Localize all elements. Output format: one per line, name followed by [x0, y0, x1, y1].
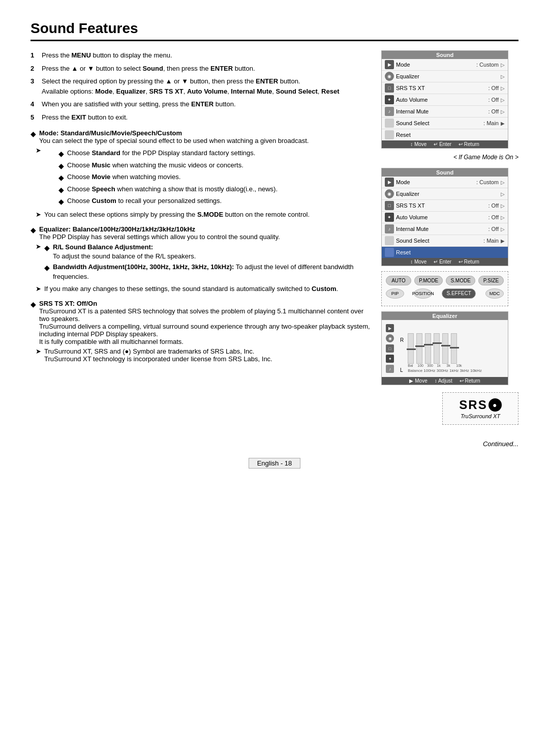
eq-bars	[408, 328, 481, 364]
left-column: 1 Press the MENU button to display the m…	[30, 50, 371, 425]
menu-row-mode-g: ▶ Mode : Custom ▷	[382, 177, 508, 188]
menu-icon-speaker-1: ♪	[385, 107, 394, 116]
footer-enter-1: ↵ Enter	[434, 141, 451, 147]
eq-x-labels: Bal 100 300 1k 3k 10k	[408, 364, 481, 367]
footer-enter-2: ↵ Enter	[434, 259, 451, 265]
menu-row-autovol1: ✦ Auto Volume : Off ▷	[382, 94, 508, 106]
step-text-1: Press the MENU button to display the men…	[42, 50, 371, 61]
menu-value-intmute1: : Off	[488, 108, 499, 114]
mode-header: ◆ Mode: Standard/Music/Movie/Speech/Cust…	[30, 129, 371, 144]
diamond-icon-srs: ◆	[30, 300, 36, 308]
diamond-icon-mov: ◆	[58, 173, 64, 183]
mode-smode-text: You can select these options simply by p…	[44, 211, 310, 218]
section-equalizer: ◆ Equalizer: Balance/100Hz/300Hz/1kHz/3k…	[30, 225, 371, 293]
mode-choice-custom: ◆ Choose Custom to recall your personali…	[58, 196, 278, 207]
mode-choice-music: ◆ Choose Music when watching the music v…	[58, 161, 278, 171]
menu-row-soundsel-g: Sound Select : Main ▶	[382, 235, 508, 247]
step-4: 4 When you are satisfied with your setti…	[30, 99, 371, 109]
sound-menu-title-2: Sound	[382, 168, 508, 177]
eq-tick-300hz	[424, 344, 433, 345]
eq-bars-wrapper: Bal 100 300 1k 3k 10k Balance 100Hz 300H…	[408, 328, 481, 373]
menu-arrow-intmute-g: ▷	[501, 226, 505, 232]
sound-menu-footer-2: ↕ Move ↵ Enter ↩ Return	[382, 258, 508, 266]
menu-icon-circle-1: ◉	[385, 72, 394, 81]
arrow-icon-eq1: ➤	[36, 243, 41, 250]
page-title: Sound Features	[30, 20, 518, 41]
menu-row-srs-g: □ SRS TS XT : Off ▷	[382, 200, 508, 212]
mode-choices: ◆ Choose Standard for the PDP Display st…	[58, 149, 278, 207]
eq-bar-1khz	[434, 333, 440, 364]
continued-text: Continued...	[30, 440, 518, 448]
step-num-2: 2	[30, 64, 38, 74]
srs-circle-icon: ●	[489, 398, 502, 412]
mode-choice-speech: ◆ Choose Speech when watching a show tha…	[58, 185, 278, 195]
menu-row-reset1: Reset	[382, 129, 508, 140]
eq-tick-3khz	[441, 345, 450, 346]
eq-arrow-1: ➤ ◆ R/L Sound Balance Adjustment:To adju…	[36, 243, 371, 283]
right-column: Sound ▶ Mode : Custom ▷ ◉ Equalizer ▷ □ …	[381, 50, 518, 425]
remote-btn-smode: S.MODE	[446, 276, 475, 285]
remote-row-1: AUTO P.MODE S.MODE P.SIZE	[386, 276, 504, 285]
srs-box: SRS ● TruSurround XT	[442, 392, 518, 425]
menu-icon-star-2: ✦	[385, 213, 394, 222]
eq-icon-5: ♪	[386, 365, 394, 373]
mode-choice-music-text: Choose Music when watching the music vid…	[67, 161, 243, 170]
footer-move-2: ↕ Move	[410, 259, 426, 265]
srs-logo: SRS ●	[459, 398, 501, 412]
eq-xlabel-3khz: 3k	[446, 364, 453, 367]
eq-footer-return: ↩ Return	[460, 378, 480, 384]
menu-arrow-soundsel-g: ▶	[501, 238, 505, 244]
remote-btn-psize: P.SIZE	[478, 276, 504, 285]
eq-bandwidth-text: Bandwidth Adjustment(100Hz, 300Hz, 1kHz,…	[53, 263, 371, 281]
eq-r-label: R	[400, 337, 404, 343]
eq-bandwidth: ◆ Bandwidth Adjustment(100Hz, 300Hz, 1kH…	[44, 263, 371, 281]
menu-arrow-autovol1: ▷	[501, 97, 505, 103]
arrow-icon-1: ➤	[36, 147, 41, 154]
eq-tick-10khz	[450, 347, 459, 348]
game-mode-label: < If Game Mode is On >	[381, 154, 518, 161]
menu-icon-blank-1	[385, 119, 394, 128]
menu-label-mode: Mode	[396, 62, 474, 68]
menu-value-intmute-g: : Off	[488, 226, 499, 232]
section-srs: ◆ SRS TS XT: Off/On TruSurround XT is a …	[30, 300, 371, 363]
menu-arrow-equalizer: ▷	[501, 74, 505, 79]
eq-custom-text: If you make any changes to these setting…	[44, 285, 338, 293]
step-text-2: Press the ▲ or ▼ button to select Sound,…	[42, 64, 371, 74]
eq-rl: ◆ R/L Sound Balance Adjustment:To adjust…	[44, 243, 371, 261]
menu-arrow-mode-g: ▷	[501, 180, 505, 185]
remote-buttons-box: AUTO P.MODE S.MODE P.SIZE PIP POSITION S…	[381, 271, 508, 306]
sound-menu-rows-1: ▶ Mode : Custom ▷ ◉ Equalizer ▷ □ SRS TS…	[382, 59, 508, 140]
menu-label-equalizer-g: Equalizer	[396, 191, 497, 197]
srs-text: SRS	[459, 398, 487, 412]
eq-xlabel-300hz: 300	[427, 364, 434, 367]
footer-move-1: ↕ Move	[410, 141, 426, 147]
sound-menu-box-2: Sound ▶ Mode : Custom ▷ ◉ Equalizer ▷ □ …	[381, 168, 508, 266]
menu-row-autovol-g: ✦ Auto Volume : Off ▷	[382, 212, 508, 223]
menu-arrow-soundsel1: ▶	[501, 121, 505, 126]
eq-tick-100hz	[415, 345, 424, 347]
remote-btn-pip: PIP	[386, 288, 404, 299]
eq-title-bar: Equalizer	[382, 312, 508, 320]
menu-row-soundsel1: Sound Select : Main ▶	[382, 118, 508, 129]
eq-tick-1khz	[433, 342, 442, 344]
eq-footer-move: ▶ Move	[409, 378, 427, 384]
mode-arrow-1: ➤ ◆ Choose Standard for the PDP Display …	[36, 147, 371, 209]
srs-arrow-1: ➤ TruSurround XT, SRS and (●) Symbol are…	[36, 347, 371, 363]
eq-xlabel-1khz: 1k	[437, 364, 444, 367]
step-text-3: Select the required option by pressing t…	[42, 76, 371, 96]
menu-label-equalizer: Equalizer	[396, 73, 497, 79]
diamond-icon-std: ◆	[58, 149, 64, 159]
arrow-icon-eq2: ➤	[36, 285, 41, 293]
menu-label-autovol-g: Auto Volume	[396, 214, 486, 220]
mode-choice-movie: ◆ Choose Movie when watching movies.	[58, 172, 278, 183]
menu-icon-film-1: ▶	[385, 60, 394, 69]
menu-icon-speaker-2: ♪	[385, 224, 394, 234]
menu-label-mode-g: Mode	[396, 179, 474, 185]
menu-arrow-mode: ▷	[501, 62, 505, 68]
eq-footer: ▶ Move ↕ Adjust ↩ Return	[382, 377, 508, 385]
step-2: 2 Press the ▲ or ▼ button to select Soun…	[30, 64, 371, 74]
eq-rl-labels: R L	[400, 337, 404, 373]
sound-menu-footer-1: ↕ Move ↵ Enter ↩ Return	[382, 140, 508, 148]
menu-label-srs1: SRS TS XT	[396, 85, 486, 91]
step-num-5: 5	[30, 112, 38, 123]
